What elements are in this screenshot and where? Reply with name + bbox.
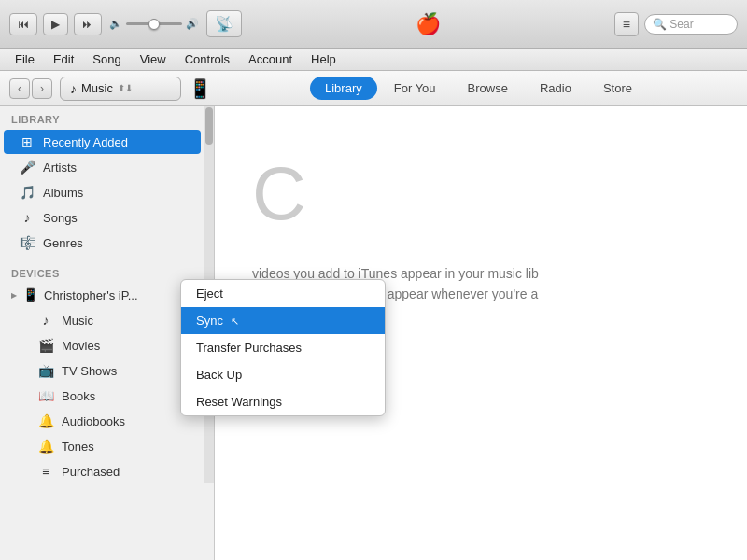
sub-tv-label: TV Shows xyxy=(62,364,117,378)
source-music-icon: ♪ xyxy=(70,81,77,96)
sidebar-item-recently-added[interactable]: ⊞ Recently Added xyxy=(4,130,201,154)
ctx-transfer-purchases[interactable]: Transfer Purchases xyxy=(181,334,385,361)
sub-books-label: Books xyxy=(62,389,95,403)
nav-tabs: Library For You Browse Radio Store xyxy=(219,77,738,100)
source-label: Music xyxy=(81,81,113,95)
ctx-sync-label: Sync xyxy=(196,314,223,328)
list-view-button[interactable]: ≡ xyxy=(614,12,639,36)
sub-tones-label: Tones xyxy=(62,440,94,454)
triangle-icon: ▶ xyxy=(11,291,17,300)
ctx-reset-warnings[interactable]: Reset Warnings xyxy=(181,388,385,415)
artists-icon: 🎤 xyxy=(19,160,35,175)
menu-bar: File Edit Song View Controls Account Hel… xyxy=(0,49,747,71)
sub-tv-icon: 📺 xyxy=(37,363,54,378)
ctx-sync[interactable]: Sync ↖ xyxy=(181,307,385,334)
sub-audiobooks-label: Audiobooks xyxy=(62,414,125,428)
genres-icon: 🎼 xyxy=(19,235,35,250)
devices-section: Devices ▶ 📱 Christopher's iP... ⏏ ♪ Musi… xyxy=(0,260,204,483)
sub-books-icon: 📖 xyxy=(37,388,54,403)
playback-controls: ⏮ ▶ ⏭ xyxy=(9,13,102,35)
menu-help[interactable]: Help xyxy=(303,50,344,68)
content-big-letter: C xyxy=(252,134,710,254)
recently-added-label: Recently Added xyxy=(43,135,128,149)
albums-label: Albums xyxy=(43,186,83,200)
apple-logo: 🍎 xyxy=(249,12,607,36)
play-button[interactable]: ▶ xyxy=(43,13,68,35)
sub-tones-icon: 🔔 xyxy=(37,439,54,454)
genres-label: Genres xyxy=(43,236,83,250)
device-sub-music[interactable]: ♪ Music xyxy=(4,308,201,332)
search-box[interactable]: 🔍 Sear xyxy=(644,14,738,35)
sidebar-item-songs[interactable]: ♪ Songs xyxy=(4,205,201,230)
device-sub-purchased[interactable]: ≡ Purchased xyxy=(4,459,201,483)
volume-high-icon: 🔊 xyxy=(186,18,199,30)
sub-purchased-label: Purchased xyxy=(62,465,120,479)
menu-edit[interactable]: Edit xyxy=(46,50,81,68)
device-icon: 📱 xyxy=(189,77,212,100)
sidebar-item-albums[interactable]: 🎵 Albums xyxy=(4,180,201,204)
artists-label: Artists xyxy=(43,161,77,175)
toolbar-right: ≡ 🔍 Sear xyxy=(614,12,738,36)
context-menu: Eject Sync ↖ Transfer Purchases Back Up … xyxy=(180,279,386,416)
volume-slider[interactable]: 🔈 🔊 xyxy=(109,18,199,30)
rewind-button[interactable]: ⏮ xyxy=(9,13,37,35)
source-arrows-icon: ⬆⬇ xyxy=(118,83,133,93)
device-sub-tv-shows[interactable]: 📺 TV Shows xyxy=(4,358,201,383)
tab-for-you[interactable]: For You xyxy=(379,77,451,100)
device-phone-icon: 📱 xyxy=(22,287,38,302)
nav-forward-button[interactable]: › xyxy=(32,78,52,99)
cursor-icon: ↖ xyxy=(231,315,239,328)
source-selector[interactable]: ♪ Music ⬆⬇ xyxy=(60,77,181,101)
library-section-label: Library xyxy=(0,106,204,129)
device-sub-books[interactable]: 📖 Books xyxy=(4,384,201,408)
sidebar-item-genres[interactable]: 🎼 Genres xyxy=(4,231,201,255)
search-placeholder: Sear xyxy=(669,18,693,31)
songs-label: Songs xyxy=(43,211,78,225)
menu-song[interactable]: Song xyxy=(85,50,128,68)
slider-thumb[interactable] xyxy=(148,19,160,30)
slider-track[interactable] xyxy=(126,22,182,25)
ctx-eject[interactable]: Eject xyxy=(181,280,385,307)
menu-file[interactable]: File xyxy=(7,50,42,68)
fastforward-button[interactable]: ⏭ xyxy=(74,13,102,35)
sidebar-scroll-thumb[interactable] xyxy=(205,107,213,145)
menu-account[interactable]: Account xyxy=(241,50,300,68)
songs-icon: ♪ xyxy=(19,210,35,225)
title-bar: ⏮ ▶ ⏭ 🔈 🔊 📡 🍎 ≡ 🔍 Sear xyxy=(0,0,747,49)
recently-added-icon: ⊞ xyxy=(19,134,35,149)
menu-view[interactable]: View xyxy=(133,50,174,68)
device-name: Christopher's iP... xyxy=(44,288,138,302)
sidebar-item-artists[interactable]: 🎤 Artists xyxy=(4,155,201,179)
menu-controls[interactable]: Controls xyxy=(177,50,237,68)
tab-library[interactable]: Library xyxy=(310,77,377,100)
tab-radio[interactable]: Radio xyxy=(525,77,586,100)
sub-music-label: Music xyxy=(62,314,93,328)
device-sub-movies[interactable]: 🎬 Movies xyxy=(4,333,201,357)
nav-back-button[interactable]: ‹ xyxy=(9,78,30,99)
device-sub-tones[interactable]: 🔔 Tones xyxy=(4,434,201,458)
nav-arrows: ‹ › xyxy=(9,78,52,99)
sub-movies-icon: 🎬 xyxy=(37,338,54,353)
volume-low-icon: 🔈 xyxy=(109,18,122,30)
sub-purchased-icon: ≡ xyxy=(37,464,54,479)
sub-audiobooks-icon: 🔔 xyxy=(37,413,54,428)
device-sub-audiobooks[interactable]: 🔔 Audiobooks xyxy=(4,409,201,433)
ctx-back-up[interactable]: Back Up xyxy=(181,361,385,388)
nav-bar: ‹ › ♪ Music ⬆⬇ 📱 Library For You Browse … xyxy=(0,71,747,106)
tab-browse[interactable]: Browse xyxy=(453,77,523,100)
albums-icon: 🎵 xyxy=(19,185,35,200)
main-area: Library ⊞ Recently Added 🎤 Artists 🎵 Alb… xyxy=(0,106,747,560)
airplay-button[interactable]: 📡 xyxy=(206,10,242,37)
device-row[interactable]: ▶ 📱 Christopher's iP... ⏏ xyxy=(0,283,204,307)
sub-music-icon: ♪ xyxy=(37,313,54,328)
devices-section-label: Devices xyxy=(0,260,204,283)
tab-store[interactable]: Store xyxy=(588,77,647,100)
sub-movies-label: Movies xyxy=(62,339,100,353)
